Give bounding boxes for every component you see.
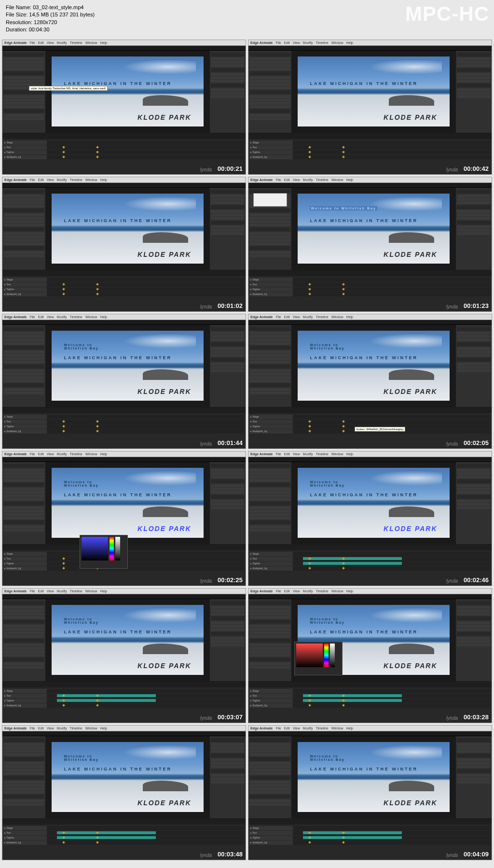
stage-canvas[interactable]: LAKE MICHIGAN IN THE WINTERKLODE PARK (292, 51, 455, 133)
stage-canvas[interactable]: Welcome toWhitefish BayLAKE MICHIGAN IN … (292, 736, 455, 818)
timeline-track[interactable]: ▸ Tagline (249, 287, 491, 292)
main-title-text[interactable]: LAKE MICHIGAN IN THE WINTER (310, 630, 418, 634)
menu-item[interactable]: File (275, 178, 281, 182)
menu-item[interactable]: Window (331, 41, 343, 44)
welcome-text[interactable]: Welcome toWhitefish Bay (310, 755, 344, 761)
menu-item[interactable]: Modify (57, 452, 67, 456)
timeline-track[interactable]: ▸ Text (3, 282, 245, 287)
menu-item[interactable]: Timeline (316, 41, 328, 44)
menu-item[interactable]: Window (85, 178, 97, 182)
properties-panel[interactable] (2, 736, 46, 818)
timeline-track[interactable]: ▸ Tagline (249, 836, 491, 840)
menu-item[interactable]: Edit (38, 452, 44, 456)
menu-item[interactable]: Help (100, 315, 107, 319)
timeline-track[interactable]: ▸ klodepark_bg (249, 566, 491, 571)
timeline-track[interactable]: ▸ klodepark_bg (3, 703, 245, 708)
timeline-track[interactable]: ▸ Stage (3, 278, 245, 282)
menu-item[interactable]: Help (100, 589, 107, 593)
video-thumbnail[interactable]: Edge AnimateFileEditViewModifyTimelineWi… (2, 588, 246, 723)
menu-item[interactable]: View (47, 452, 54, 456)
main-title-text[interactable]: LAKE MICHIGAN IN THE WINTER (310, 355, 418, 360)
stage-canvas[interactable]: LAKE MICHIGAN IN THE WINTERKLODE PARK (46, 188, 209, 270)
welcome-text[interactable]: Welcome toWhitefish Bay (64, 343, 98, 350)
menu-item[interactable]: Timeline (69, 41, 82, 44)
menu-item[interactable]: Modify (303, 315, 313, 319)
timeline-track[interactable]: ▸ Stage (249, 415, 491, 419)
scene[interactable]: LAKE MICHIGAN IN THE WINTERKLODE PARK (52, 194, 203, 264)
menu-item[interactable]: Modify (303, 452, 313, 456)
menu-item[interactable]: Window (331, 452, 343, 456)
video-thumbnail[interactable]: Edge AnimateFileEditViewModifyTimelineWi… (248, 314, 492, 449)
menu-item[interactable]: Edit (38, 41, 44, 44)
park-text[interactable]: KLODE PARK (137, 388, 192, 395)
menu-item[interactable]: Help (100, 727, 107, 730)
menu-item[interactable]: Window (331, 178, 343, 182)
menu-item[interactable]: File (29, 41, 35, 44)
video-thumbnail[interactable]: Edge AnimateFileEditViewModifyTimelineWi… (248, 451, 492, 586)
stage-canvas[interactable]: Welcome to Whitefish BayLAKE MICHIGAN IN… (292, 188, 455, 270)
video-thumbnail[interactable]: Edge AnimateFileEditViewModifyTimelineWi… (248, 588, 492, 723)
timeline-track[interactable]: ▸ Tagline (3, 699, 245, 703)
menu-item[interactable]: Timeline (69, 178, 82, 182)
menu-item[interactable]: View (47, 315, 54, 319)
main-title-text[interactable]: LAKE MICHIGAN IN THE WINTER (310, 492, 418, 497)
properties-panel[interactable] (2, 188, 46, 270)
welcome-text[interactable]: Welcome toWhitefish Bay (64, 617, 98, 624)
menu-item[interactable]: Help (346, 727, 353, 730)
video-thumbnail[interactable]: Edge AnimateFileEditViewModifyTimelineWi… (2, 177, 246, 312)
text-edit-dialog[interactable] (253, 193, 287, 207)
elements-panel[interactable] (455, 462, 492, 544)
main-title-text[interactable]: LAKE MICHIGAN IN THE WINTER (64, 218, 172, 223)
properties-panel[interactable] (2, 325, 46, 407)
menu-item[interactable]: Modify (303, 589, 313, 593)
color-picker[interactable] (294, 642, 343, 675)
scene[interactable]: Welcome toWhitefish BayLAKE MICHIGAN IN … (298, 331, 449, 401)
menu-item[interactable]: Timeline (69, 727, 82, 730)
main-title-text[interactable]: LAKE MICHIGAN IN THE WINTER (64, 630, 172, 634)
video-thumbnail[interactable]: Edge AnimateFileEditViewModifyTimelineWi… (248, 725, 492, 860)
menu-item[interactable]: Timeline (316, 178, 328, 182)
menu-item[interactable]: View (293, 589, 300, 593)
menu-item[interactable]: Edit (284, 727, 290, 730)
menu-item[interactable]: Edit (38, 178, 44, 182)
menu-item[interactable]: Help (346, 41, 353, 44)
main-title-text[interactable]: LAKE MICHIGAN IN THE WINTER (310, 81, 418, 86)
stage-canvas[interactable]: Welcome toWhitefish BayLAKE MICHIGAN IN … (46, 736, 209, 818)
timeline-track[interactable]: ▸ Text (249, 831, 491, 835)
park-text[interactable]: KLODE PARK (384, 388, 438, 395)
timeline-track[interactable]: ▸ Text (3, 694, 245, 698)
main-title-text[interactable]: LAKE MICHIGAN IN THE WINTER (310, 218, 418, 223)
welcome-text[interactable]: Welcome toWhitefish Bay (310, 480, 344, 487)
properties-panel[interactable] (248, 325, 292, 407)
menu-item[interactable]: Timeline (316, 589, 328, 593)
welcome-text[interactable]: Welcome toWhitefish Bay (64, 755, 98, 761)
menu-item[interactable]: View (293, 727, 300, 730)
park-text[interactable]: KLODE PARK (137, 251, 192, 258)
properties-panel[interactable] (2, 599, 46, 681)
timeline-track[interactable]: ▸ klodepark_bg (3, 840, 245, 845)
timeline-track[interactable]: ▸ klodepark_bg (249, 292, 491, 296)
menu-item[interactable]: View (47, 178, 54, 182)
timeline-track[interactable]: ▸ Stage (249, 689, 491, 693)
video-thumbnail[interactable]: Edge AnimateFileEditViewModifyTimelineWi… (248, 177, 492, 312)
menu-item[interactable]: Window (85, 727, 97, 730)
color-picker[interactable] (80, 535, 128, 569)
stage-canvas[interactable]: Welcome toWhitefish BayLAKE MICHIGAN IN … (292, 325, 455, 407)
elements-panel[interactable] (209, 462, 246, 544)
main-title-text[interactable]: LAKE MICHIGAN IN THE WINTER (64, 81, 172, 86)
menu-item[interactable]: File (29, 452, 35, 456)
timeline-track[interactable]: ▸ klodepark_bg (249, 155, 491, 159)
park-text[interactable]: KLODE PARK (137, 525, 192, 532)
properties-panel[interactable] (248, 51, 292, 133)
scene[interactable]: Welcome toWhitefish BayLAKE MICHIGAN IN … (52, 331, 203, 401)
menu-item[interactable]: Help (346, 589, 353, 593)
menu-item[interactable]: View (47, 727, 54, 730)
timeline-track[interactable]: ▸ Tagline (3, 836, 245, 840)
menu-item[interactable]: Window (85, 589, 97, 593)
timeline-track[interactable]: ▸ Text (3, 831, 245, 835)
menu-item[interactable]: Help (346, 315, 353, 319)
menu-item[interactable]: File (29, 315, 35, 319)
stage-canvas[interactable]: Welcome toWhitefish BayLAKE MICHIGAN IN … (46, 462, 209, 544)
timeline-track[interactable]: ▸ Tagline (249, 150, 491, 154)
menu-item[interactable]: File (275, 315, 281, 319)
